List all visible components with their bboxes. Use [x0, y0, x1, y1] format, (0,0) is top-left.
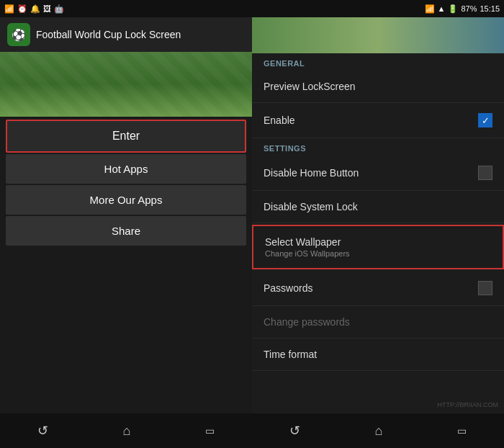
- back-icon-right: ↺: [289, 423, 300, 439]
- image-icon: 🖼: [43, 4, 51, 13]
- passwords-checkbox[interactable]: [478, 281, 492, 295]
- preview-lockscreen-item[interactable]: Preview LockScreen: [252, 71, 504, 103]
- time-format-title: Time format: [264, 349, 317, 360]
- signal-icon: ▲: [438, 4, 446, 13]
- disable-system-lock-title: Disable System Lock: [264, 201, 358, 212]
- disable-home-button-item[interactable]: Disable Home Button: [252, 156, 504, 191]
- app-icon-emoji: ⚽: [12, 28, 26, 42]
- wifi-icon: 📶: [425, 4, 435, 14]
- main-content: ⚽ Football World Cup Lock Screen Enter H…: [0, 17, 504, 448]
- sim-icon: 📶: [4, 4, 14, 14]
- select-wallpaper-title: Select Wallpaper: [265, 236, 350, 248]
- hot-apps-button[interactable]: Hot Apps: [6, 154, 246, 184]
- clock-icon: ⏰: [17, 4, 27, 14]
- recent-icon-right: ▭: [457, 425, 467, 436]
- disable-home-title: Disable Home Button: [264, 167, 359, 179]
- disable-system-lock-item[interactable]: Disable System Lock: [252, 191, 504, 223]
- right-bottom-nav: ↺ ⌂ ▭: [252, 413, 504, 448]
- status-bar-right: 📶 ▲ 🔋 87% 15:15: [425, 4, 500, 14]
- time-format-item[interactable]: Time format: [252, 339, 504, 371]
- back-button-right[interactable]: ↺: [275, 417, 315, 444]
- app-title: Football World Cup Lock Screen: [36, 29, 181, 40]
- left-bottom-nav: ↺ ⌂ ▭: [0, 413, 252, 448]
- preview-lockscreen-title: Preview LockScreen: [264, 81, 356, 92]
- enter-button[interactable]: Enter: [6, 120, 246, 153]
- change-passwords-title: Change passwords: [264, 316, 350, 328]
- passwords-title: Passwords: [264, 282, 312, 294]
- right-panel: GENERAL Preview LockScreen Enable ✓ SETT…: [252, 17, 504, 448]
- left-panel: ⚽ Football World Cup Lock Screen Enter H…: [0, 17, 252, 448]
- bell-icon: 🔔: [30, 4, 40, 14]
- battery-icon: 🔋: [448, 4, 458, 14]
- enable-checkbox[interactable]: ✓: [478, 113, 492, 127]
- back-button-left[interactable]: ↺: [23, 417, 63, 444]
- preview-image: [0, 52, 252, 117]
- menu-buttons: Enter Hot Apps More Our Apps Share: [0, 117, 252, 413]
- more-apps-button[interactable]: More Our Apps: [6, 185, 246, 215]
- app-icon: ⚽: [7, 23, 30, 46]
- back-icon-left: ↺: [37, 423, 48, 439]
- settings-section-label: SETTINGS: [252, 138, 504, 156]
- home-icon-left: ⌂: [123, 424, 131, 439]
- disable-home-checkbox[interactable]: [478, 166, 492, 180]
- change-passwords-item: Change passwords: [252, 306, 504, 339]
- time-display: 15:15: [480, 4, 500, 13]
- settings-preview-image: [252, 17, 504, 53]
- enable-title: Enable: [264, 115, 295, 126]
- recent-icon-left: ▭: [205, 425, 215, 436]
- select-wallpaper-subtitle: Change iOS Wallpapers: [265, 249, 350, 258]
- home-button-right[interactable]: ⌂: [361, 418, 397, 444]
- settings-content: GENERAL Preview LockScreen Enable ✓ SETT…: [252, 53, 504, 413]
- recent-button-right[interactable]: ▭: [443, 419, 481, 442]
- recent-button-left[interactable]: ▭: [191, 419, 229, 442]
- home-button-left[interactable]: ⌂: [109, 418, 145, 444]
- passwords-item[interactable]: Passwords: [252, 271, 504, 306]
- battery-percent: 87%: [461, 4, 477, 13]
- home-icon-right: ⌂: [375, 424, 383, 439]
- status-bar-left: 📶 ⏰ 🔔 🖼 🤖: [4, 4, 64, 14]
- select-wallpaper-item[interactable]: Select Wallpaper Change iOS Wallpapers: [252, 225, 504, 269]
- enable-item[interactable]: Enable ✓: [252, 103, 504, 138]
- app-header: ⚽ Football World Cup Lock Screen: [0, 17, 252, 52]
- general-section-label: GENERAL: [252, 53, 504, 71]
- android-icon: 🤖: [54, 4, 64, 14]
- status-bar: 📶 ⏰ 🔔 🖼 🤖 📶 ▲ 🔋 87% 15:15: [0, 0, 504, 17]
- share-button[interactable]: Share: [6, 216, 246, 246]
